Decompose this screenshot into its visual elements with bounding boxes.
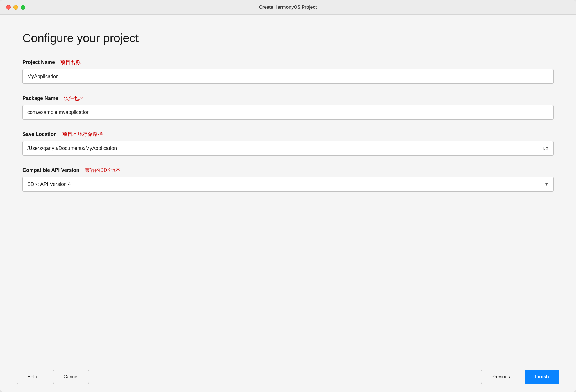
traffic-lights — [6, 5, 25, 10]
window-title: Create HarmonyOS Project — [259, 5, 317, 10]
help-button[interactable]: Help — [17, 370, 47, 384]
project-name-group: Project Name 项目名称 — [22, 59, 554, 84]
folder-browse-button[interactable]: 🗂 — [538, 141, 554, 156]
previous-button[interactable]: Previous — [481, 370, 520, 384]
close-button[interactable] — [6, 5, 11, 10]
save-location-label-cn: 项目本地存储路径 — [62, 131, 103, 138]
save-location-input-wrapper: 🗂 — [22, 141, 554, 156]
project-name-label-row: Project Name 项目名称 — [22, 59, 554, 66]
minimize-button[interactable] — [13, 5, 18, 10]
save-location-group: Save Location 项目本地存储路径 🗂 — [22, 131, 554, 156]
save-location-label-row: Save Location 项目本地存储路径 — [22, 131, 554, 138]
api-version-label-cn: 兼容的SDK版本 — [85, 167, 121, 174]
folder-icon: 🗂 — [543, 145, 548, 152]
package-name-label: Package Name — [22, 95, 58, 101]
package-name-input[interactable] — [22, 105, 554, 120]
api-version-select[interactable]: SDK: API Version 4 SDK: API Version 3 SD… — [22, 177, 554, 192]
title-bar: Create HarmonyOS Project — [0, 0, 576, 15]
package-name-label-cn: 软件包名 — [64, 95, 84, 102]
save-location-label: Save Location — [22, 131, 57, 137]
api-version-label: Compatible API Version — [22, 167, 79, 173]
api-version-select-wrapper: SDK: API Version 4 SDK: API Version 3 SD… — [22, 177, 554, 192]
maximize-button[interactable] — [21, 5, 25, 10]
footer-right: Previous Finish — [481, 370, 559, 384]
footer-left: Help Cancel — [17, 370, 89, 384]
main-content: Configure your project Project Name 项目名称… — [0, 15, 576, 362]
api-version-label-row: Compatible API Version 兼容的SDK版本 — [22, 167, 554, 174]
window: Create HarmonyOS Project Configure your … — [0, 0, 576, 392]
page-title: Configure your project — [22, 31, 554, 45]
package-name-label-row: Package Name 软件包名 — [22, 95, 554, 102]
api-version-group: Compatible API Version 兼容的SDK版本 SDK: API… — [22, 167, 554, 192]
cancel-button[interactable]: Cancel — [53, 370, 89, 384]
package-name-group: Package Name 软件包名 — [22, 95, 554, 120]
finish-button[interactable]: Finish — [525, 370, 559, 384]
project-name-input[interactable] — [22, 69, 554, 84]
project-name-label-cn: 项目名称 — [60, 59, 81, 66]
project-name-label: Project Name — [22, 60, 55, 65]
footer: Help Cancel Previous Finish — [0, 362, 576, 392]
save-location-input[interactable] — [22, 141, 554, 156]
